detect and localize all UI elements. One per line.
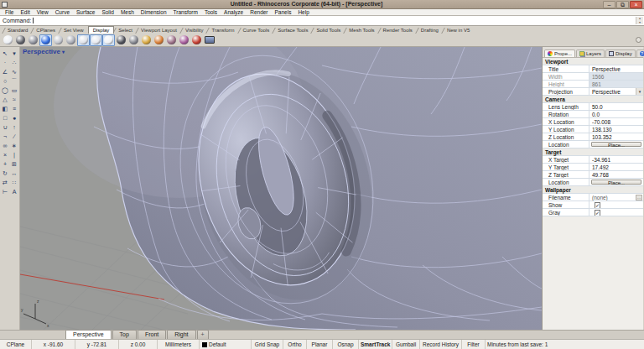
point-cloud-icon[interactable]: ∴: [10, 58, 19, 67]
ghosted-sphere-icon[interactable]: [52, 34, 65, 46]
curve-tools-icon[interactable]: ≈: [10, 95, 19, 104]
filter-toggle[interactable]: Filter: [462, 340, 486, 349]
tab-set-view[interactable]: Set View: [60, 27, 88, 34]
grid-snap-toggle[interactable]: Grid Snap: [252, 340, 283, 349]
gumball-toggle[interactable]: Gumball: [392, 340, 420, 349]
new-viewport-tab[interactable]: +: [197, 330, 209, 339]
menu-item[interactable]: Surface: [73, 9, 98, 16]
tab-select[interactable]: Select: [114, 27, 137, 34]
tab-mesh-tools[interactable]: Mesh Tools: [345, 27, 378, 34]
selection-menu-icon[interactable]: ▾: [10, 49, 19, 58]
filename-field[interactable]: (none)…: [589, 194, 643, 201]
menu-item[interactable]: File: [2, 9, 17, 16]
pen-sphere-icon[interactable]: [102, 34, 115, 46]
split-icon[interactable]: ∣: [10, 150, 19, 159]
orange-pie-sphere-icon[interactable]: [153, 34, 165, 46]
xray-sphere-icon[interactable]: [65, 34, 77, 46]
tab-visibility[interactable]: Visibility: [181, 27, 208, 34]
flat-shade-sphere-icon[interactable]: [127, 34, 140, 46]
magenta-sphere-icon[interactable]: [178, 34, 190, 46]
tab-transform[interactable]: Transform: [207, 27, 238, 34]
restore-icon[interactable]: ⧉: [616, 1, 629, 8]
scroll-down-icon[interactable]: ▾: [636, 21, 643, 25]
tab-new-in-v5[interactable]: New in V5: [443, 27, 474, 34]
x-target-field[interactable]: -34.961: [589, 156, 643, 163]
fillet-icon[interactable]: ¬: [1, 132, 10, 141]
current-layer-pane[interactable]: Default: [200, 340, 252, 349]
artistic-sphere-icon[interactable]: [90, 34, 102, 46]
menu-item[interactable]: Edit: [17, 9, 33, 16]
ortho-toggle[interactable]: Ortho: [283, 340, 307, 349]
rotation-field[interactable]: 0.0: [589, 111, 643, 117]
box-icon[interactable]: □: [1, 113, 10, 122]
title-field[interactable]: Perspective: [589, 65, 643, 72]
rotate-icon[interactable]: ↻: [1, 169, 10, 178]
y-location-field[interactable]: 138.130: [589, 126, 643, 133]
explode-icon[interactable]: ∗: [10, 141, 19, 150]
lens-length-field[interactable]: 50.0: [589, 103, 643, 110]
technical-sphere-icon[interactable]: [77, 34, 90, 46]
menu-item[interactable]: Help: [294, 9, 312, 16]
dark-sphere-icon[interactable]: [115, 34, 127, 46]
point-icon[interactable]: ·: [1, 58, 10, 67]
join-icon[interactable]: ∞: [1, 141, 10, 150]
projection-dropdown[interactable]: Perspective▾: [589, 88, 643, 95]
viewport-tab-front[interactable]: Front: [138, 330, 166, 339]
viewport-3d-canvas[interactable]: z y x: [20, 47, 542, 330]
polyline-icon[interactable]: ∠: [1, 67, 10, 76]
place-camera-button[interactable]: Place...: [591, 142, 641, 147]
tab-solid-tools[interactable]: Solid Tools: [312, 27, 345, 34]
tab-display[interactable]: Display: [88, 26, 115, 34]
viewport-tab-perspective[interactable]: Perspective: [65, 330, 112, 339]
chevron-down-icon[interactable]: ▾: [636, 88, 643, 95]
tab-surface-tools[interactable]: Surface Tools: [273, 27, 312, 34]
mirror-icon[interactable]: ⇄: [1, 178, 10, 187]
lamp-sphere-icon[interactable]: [165, 34, 178, 46]
red-x-icon[interactable]: [190, 34, 203, 46]
menu-item[interactable]: Panels: [272, 9, 295, 16]
menu-item[interactable]: Curve: [52, 9, 73, 16]
menu-item[interactable]: Dimension: [138, 9, 170, 16]
circle-icon[interactable]: ○: [1, 76, 10, 86]
command-history-scrollbar[interactable]: ▴ ▾: [636, 17, 643, 24]
scale-icon[interactable]: ↔: [10, 169, 19, 178]
boolean-union-icon[interactable]: ∪: [1, 122, 10, 132]
copy-icon[interactable]: ⊞: [10, 159, 19, 169]
viewport-tab-top[interactable]: Top: [112, 330, 137, 339]
units-pane[interactable]: Millimeters: [158, 340, 200, 349]
tab-curve-tools[interactable]: Curve Tools: [239, 27, 274, 34]
planar-toggle[interactable]: Planar: [307, 340, 333, 349]
close-icon[interactable]: ×: [630, 1, 642, 8]
move-icon[interactable]: +: [1, 159, 10, 169]
rectangle-icon[interactable]: ▭: [10, 86, 19, 95]
menu-item[interactable]: Render: [247, 9, 271, 16]
polygon-icon[interactable]: △: [1, 95, 10, 104]
tab-standard[interactable]: Standard: [3, 27, 32, 34]
select-pointer-icon[interactable]: ↖: [1, 49, 10, 58]
place-target-button[interactable]: Place...: [591, 180, 641, 185]
smarttrack-toggle[interactable]: SmartTrack: [359, 340, 392, 349]
shaded-mode-active-sphere-icon[interactable]: [39, 34, 52, 46]
shaded-sphere-icon[interactable]: [14, 34, 27, 46]
tab-help[interactable]: ?Help: [636, 49, 644, 57]
dimension-icon[interactable]: ⊢: [1, 187, 10, 196]
viewport-title-menu[interactable]: Perspective ▾: [23, 48, 65, 55]
osnap-toggle[interactable]: Osnap: [333, 340, 359, 349]
arc-icon[interactable]: ⌒: [10, 76, 19, 86]
tab-viewport-layout[interactable]: Viewport Layout: [137, 27, 181, 34]
rendered-sphere-icon[interactable]: [27, 34, 39, 46]
gold-sphere-icon[interactable]: [140, 34, 153, 46]
cplane-pane[interactable]: CPlane: [0, 340, 32, 349]
command-area[interactable]: Command: ▴ ▾: [0, 16, 644, 26]
tab-drafting[interactable]: Drafting: [417, 27, 443, 34]
loft-icon[interactable]: ≡: [10, 104, 19, 113]
gray-checkbox[interactable]: ✓: [595, 210, 600, 216]
menu-item[interactable]: View: [34, 9, 52, 16]
tab-layers[interactable]: Layers: [576, 49, 605, 57]
tab-cplanes[interactable]: CPlanes: [32, 27, 60, 34]
sphere-icon[interactable]: ●: [10, 113, 19, 122]
y-target-field[interactable]: 17.492: [589, 164, 643, 170]
minimize-icon[interactable]: –: [603, 1, 615, 8]
surface-icon[interactable]: ◧: [1, 104, 10, 113]
array-icon[interactable]: ∷: [10, 178, 19, 187]
